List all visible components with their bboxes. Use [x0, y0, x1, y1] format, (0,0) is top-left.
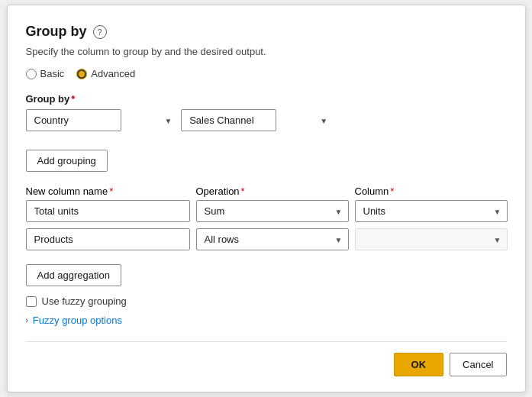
group-by-dropdown-2[interactable]: Country Sales Channel Products ▼	[181, 109, 334, 131]
new-column-input-1[interactable]	[26, 200, 190, 222]
column-select-2	[355, 228, 508, 250]
column-header: Column*	[355, 186, 508, 197]
fuzzy-group-options-label: Fuzzy group options	[33, 315, 122, 326]
column-cell-1[interactable]: Units Products Country Sales Channel ▼	[355, 200, 508, 222]
basic-radio-label[interactable]: Basic	[26, 68, 65, 79]
dialog-footer: OK Cancel	[26, 341, 507, 376]
radio-row: Basic Advanced	[26, 68, 507, 79]
aggregation-headers: New column name* Operation* Column*	[26, 186, 507, 197]
advanced-radio-text: Advanced	[91, 68, 135, 79]
column-select-1[interactable]: Units Products Country Sales Channel	[355, 200, 508, 222]
new-column-header: New column name*	[26, 186, 190, 197]
basic-radio-text: Basic	[40, 68, 65, 79]
new-column-cell-2	[26, 228, 190, 250]
help-icon[interactable]: ?	[93, 25, 107, 39]
fuzzy-group-options-row[interactable]: › Fuzzy group options	[26, 315, 507, 326]
chevron-right-icon: ›	[26, 316, 28, 324]
add-grouping-button[interactable]: Add grouping	[26, 150, 108, 172]
group-by-section: Group by* Country Sales Channel Products…	[26, 93, 507, 137]
operation-cell-1[interactable]: Sum Average Min Max Count Count Distinct…	[196, 200, 349, 222]
chevron-down-icon: ▼	[165, 116, 172, 124]
group-by-label: Group by*	[26, 93, 507, 105]
dialog-subtitle: Specify the column to group by and the d…	[26, 46, 507, 57]
advanced-radio-label[interactable]: Advanced	[76, 68, 135, 79]
add-aggregation-button[interactable]: Add aggregation	[26, 264, 121, 286]
aggregation-row-2: Sum Average Min Max Count Count Distinct…	[26, 228, 507, 250]
basic-radio[interactable]	[26, 69, 37, 79]
chevron-down-icon-2: ▼	[320, 116, 327, 124]
new-column-cell-1	[26, 200, 190, 222]
advanced-radio[interactable]	[76, 69, 87, 79]
group-by-select-2[interactable]: Country Sales Channel Products	[181, 109, 276, 131]
operation-select-1[interactable]: Sum Average Min Max Count Count Distinct…	[196, 200, 349, 222]
dialog-title: Group by	[26, 24, 87, 40]
group-by-dialog: Group by ? Specify the column to group b…	[7, 5, 526, 392]
ok-button[interactable]: OK	[394, 353, 444, 376]
fuzzy-grouping-checkbox[interactable]	[26, 296, 37, 307]
fuzzy-grouping-row: Use fuzzy grouping	[26, 295, 507, 307]
operation-select-2[interactable]: Sum Average Min Max Count Count Distinct…	[196, 228, 349, 250]
group-by-dropdown-1[interactable]: Country Sales Channel Products ▼	[26, 109, 179, 131]
operation-cell-2[interactable]: Sum Average Min Max Count Count Distinct…	[196, 228, 349, 250]
fuzzy-grouping-label[interactable]: Use fuzzy grouping	[42, 295, 127, 307]
aggregation-row-1: Sum Average Min Max Count Count Distinct…	[26, 200, 507, 222]
column-cell-2: ▼	[355, 228, 508, 250]
cancel-button[interactable]: Cancel	[450, 353, 506, 376]
new-column-input-2[interactable]	[26, 228, 190, 250]
operation-header: Operation*	[196, 186, 349, 197]
title-row: Group by ?	[26, 24, 507, 40]
group-by-select-1[interactable]: Country Sales Channel Products	[26, 109, 121, 131]
